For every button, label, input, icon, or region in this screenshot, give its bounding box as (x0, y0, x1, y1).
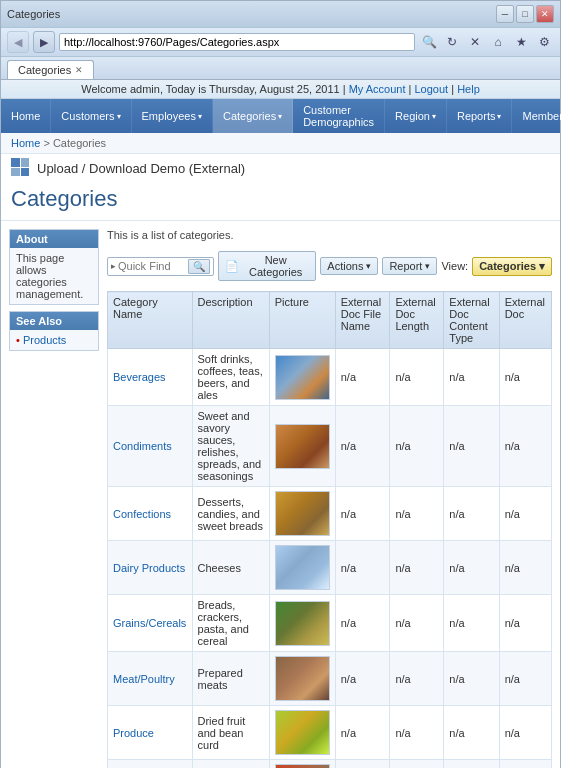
breadcrumb-current: Categories (53, 137, 106, 149)
address-input[interactable] (64, 36, 410, 48)
welcome-text: Welcome admin, Today is Thursday, August… (81, 83, 345, 95)
cell-ext-content-5: n/a (444, 652, 499, 706)
tools-icon[interactable]: ⚙ (534, 32, 554, 52)
browser-tab[interactable]: Categories ✕ (7, 60, 94, 79)
search-icon[interactable]: 🔍 (419, 32, 439, 52)
main-nav: Home Customers ▾ Employees ▾ Categories … (1, 99, 560, 133)
category-image-3 (275, 545, 330, 590)
cell-ext-length-6: n/a (390, 706, 444, 760)
back-button[interactable]: ◀ (7, 31, 29, 53)
category-link-6[interactable]: Produce (113, 727, 154, 739)
nav-bar: ◀ ▶ 🔍 ↻ ✕ ⌂ ★ ⚙ (1, 27, 560, 57)
cell-name-6: Produce (108, 706, 193, 760)
category-link-3[interactable]: Dairy Products (113, 562, 185, 574)
sidebar-about-section: About This page allows categories manage… (9, 229, 99, 305)
cell-ext-content-2: n/a (444, 487, 499, 541)
cell-desc-0: Soft drinks, coffees, teas, beers, and a… (192, 349, 269, 406)
cell-ext-file-6: n/a (335, 706, 390, 760)
nav-membership[interactable]: Membership (512, 99, 561, 133)
categories-table: Category Name Description Picture Extern… (107, 291, 552, 768)
tab-close-icon[interactable]: ✕ (75, 65, 83, 75)
category-link-1[interactable]: Condiments (113, 440, 172, 452)
home-nav-icon[interactable]: ⌂ (488, 32, 508, 52)
nav-customer-demographics[interactable]: Customer Demographics (293, 99, 385, 133)
nav-region-arrow: ▾ (432, 112, 436, 121)
report-button[interactable]: Report ▾ (382, 257, 437, 275)
close-button[interactable]: ✕ (536, 5, 554, 23)
table-row: Beverages Soft drinks, coffees, teas, be… (108, 349, 552, 406)
cell-ext-length-0: n/a (390, 349, 444, 406)
cell-ext-length-4: n/a (390, 595, 444, 652)
category-link-2[interactable]: Confections (113, 508, 171, 520)
category-link-4[interactable]: Grains/Cereals (113, 617, 186, 629)
cell-ext-length-1: n/a (390, 406, 444, 487)
new-categories-button[interactable]: 📄 New Categories (218, 251, 316, 281)
maximize-button[interactable]: □ (516, 5, 534, 23)
cell-ext-file-0: n/a (335, 349, 390, 406)
nav-reports[interactable]: Reports ▾ (447, 99, 513, 133)
nav-reports-label: Reports (457, 110, 496, 122)
category-link-0[interactable]: Beverages (113, 371, 166, 383)
quick-find-arrow-icon: ▸ (111, 261, 116, 271)
category-image-4 (275, 601, 330, 646)
cell-ext-doc-5: n/a (499, 652, 551, 706)
nav-categories-arrow: ▾ (278, 112, 282, 121)
sidebar-see-also-body: Products (10, 330, 98, 350)
table-row: Meat/Poultry Prepared meats n/a n/a n/a … (108, 652, 552, 706)
refresh-icon[interactable]: ↻ (442, 32, 462, 52)
cell-name-5: Meat/Poultry (108, 652, 193, 706)
cell-name-3: Dairy Products (108, 541, 193, 595)
category-image-0 (275, 355, 330, 400)
address-bar (59, 33, 415, 51)
my-account-link[interactable]: My Account (349, 83, 406, 95)
app-logo-icon (11, 158, 29, 176)
nav-customer-demographics-label: Customer Demographics (303, 104, 374, 128)
nav-region[interactable]: Region ▾ (385, 99, 447, 133)
sidebar-products-link[interactable]: Products (16, 334, 66, 346)
view-button[interactable]: Categories ▾ (472, 257, 552, 276)
cell-ext-content-6: n/a (444, 706, 499, 760)
page-subtitle: Upload / Download Demo (External) (37, 161, 245, 176)
cell-ext-content-7: n/a (444, 760, 499, 769)
nav-employees[interactable]: Employees ▾ (132, 99, 213, 133)
nav-membership-label: Membership (522, 110, 561, 122)
category-link-5[interactable]: Meat/Poultry (113, 673, 175, 685)
toolbar: ▸ 🔍 📄 New Categories Actions ▾ Report (107, 247, 552, 285)
sidebar-see-also-section: See Also Products (9, 311, 99, 351)
cell-ext-length-2: n/a (390, 487, 444, 541)
star-icon[interactable]: ★ (511, 32, 531, 52)
view-btn-label: Categories (479, 260, 536, 272)
tab-bar: Categories ✕ (1, 57, 560, 79)
cell-ext-doc-7: n/a (499, 760, 551, 769)
stop-icon[interactable]: ✕ (465, 32, 485, 52)
nav-employees-arrow: ▾ (198, 112, 202, 121)
category-image-1 (275, 424, 330, 469)
cell-picture-6 (269, 706, 335, 760)
nav-customers[interactable]: Customers ▾ (51, 99, 131, 133)
cell-ext-doc-4: n/a (499, 595, 551, 652)
browser-window: Categories ─ □ ✕ ◀ ▶ 🔍 ↻ ✕ ⌂ ★ ⚙ Categor… (0, 0, 561, 80)
nav-categories[interactable]: Categories ▾ (213, 99, 293, 133)
actions-button[interactable]: Actions ▾ (320, 257, 378, 275)
quick-find-input[interactable] (118, 260, 188, 272)
category-image-6 (275, 710, 330, 755)
table-row: Seafood Seaweed and fish n/a n/a n/a n/a (108, 760, 552, 769)
browser-title: Categories (7, 8, 60, 20)
page-title: Categories (1, 182, 560, 221)
cell-picture-5 (269, 652, 335, 706)
forward-button[interactable]: ▶ (33, 31, 55, 53)
table-row: Grains/Cereals Breads, crackers, pasta, … (108, 595, 552, 652)
breadcrumb-home[interactable]: Home (11, 137, 40, 149)
category-image-7 (275, 764, 330, 768)
cell-picture-3 (269, 541, 335, 595)
cell-desc-7: Seaweed and fish (192, 760, 269, 769)
minimize-button[interactable]: ─ (496, 5, 514, 23)
cell-ext-length-3: n/a (390, 541, 444, 595)
col-ext-doc: External Doc (499, 292, 551, 349)
logout-link[interactable]: Logout (415, 83, 449, 95)
help-link[interactable]: Help (457, 83, 480, 95)
nav-home[interactable]: Home (1, 99, 51, 133)
quick-find-button[interactable]: 🔍 (188, 259, 210, 274)
nav-customers-arrow: ▾ (117, 112, 121, 121)
nav-reports-arrow: ▾ (497, 112, 501, 121)
